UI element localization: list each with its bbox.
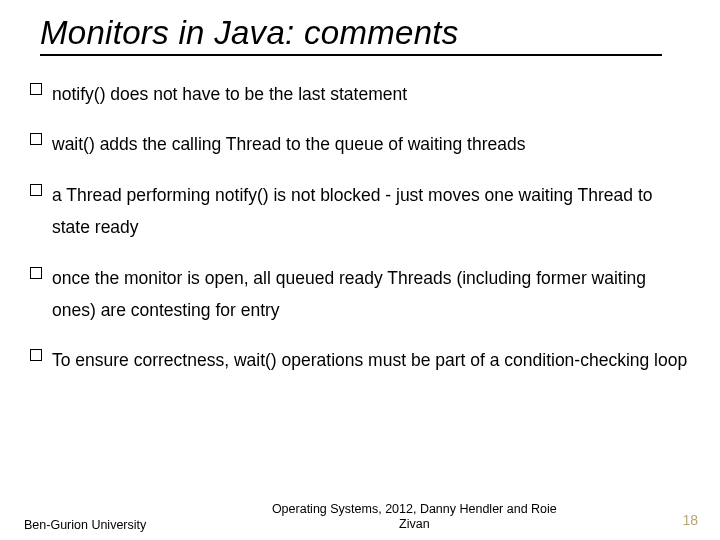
- bullet-item: a Thread performing notify() is not bloc…: [28, 179, 692, 244]
- bullet-item: To ensure correctness, wait() operations…: [28, 344, 692, 376]
- bullet-item: wait() adds the calling Thread to the qu…: [28, 128, 692, 160]
- slide-title: Monitors in Java: comments: [40, 14, 662, 56]
- checkbox-bullet-icon: [30, 267, 42, 279]
- bullet-item: notify() does not have to be the last st…: [28, 78, 692, 110]
- bullet-text: To ensure correctness, wait() operations…: [52, 344, 687, 376]
- footer-course-line2: Zivan: [146, 517, 682, 532]
- bullet-list: notify() does not have to be the last st…: [28, 78, 692, 377]
- bullet-item: once the monitor is open, all queued rea…: [28, 262, 692, 327]
- checkbox-bullet-icon: [30, 349, 42, 361]
- slide-container: Monitors in Java: comments notify() does…: [0, 0, 720, 540]
- footer-course-info: Operating Systems, 2012, Danny Hendler a…: [146, 502, 682, 532]
- checkbox-bullet-icon: [30, 83, 42, 95]
- checkbox-bullet-icon: [30, 133, 42, 145]
- bullet-text: once the monitor is open, all queued rea…: [52, 262, 692, 327]
- footer-affiliation: Ben-Gurion University: [20, 518, 146, 532]
- slide-footer: Ben-Gurion University Operating Systems,…: [0, 502, 720, 532]
- page-number: 18: [682, 512, 700, 532]
- footer-course-line1: Operating Systems, 2012, Danny Hendler a…: [146, 502, 682, 517]
- bullet-text: notify() does not have to be the last st…: [52, 78, 407, 110]
- checkbox-bullet-icon: [30, 184, 42, 196]
- bullet-text: a Thread performing notify() is not bloc…: [52, 179, 692, 244]
- bullet-text: wait() adds the calling Thread to the qu…: [52, 128, 525, 160]
